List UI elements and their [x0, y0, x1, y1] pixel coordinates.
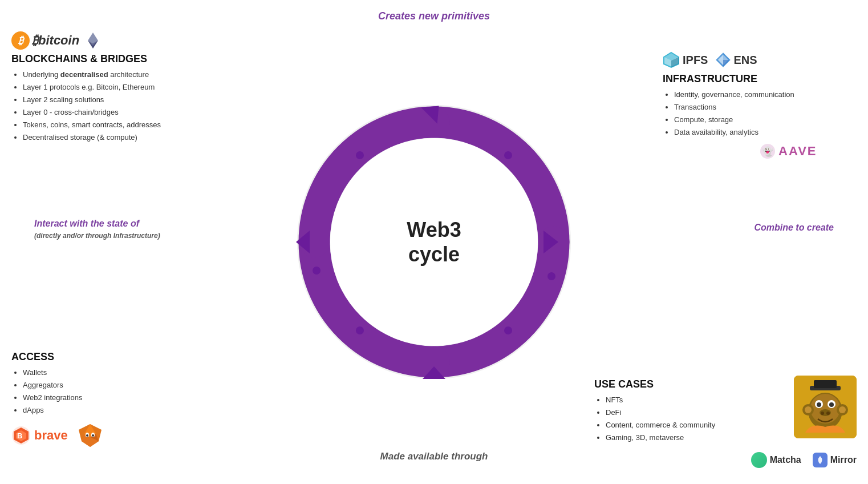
bottom-label: Made available through	[380, 451, 488, 462]
section-access: ACCESS Wallets Aggregators Web2 integrat…	[11, 351, 160, 450]
svg-point-51	[817, 402, 821, 407]
list-item: Gaming, 3D, metaverse	[606, 431, 754, 444]
list-item: DeFi	[606, 406, 754, 419]
brave-logo: B brave	[11, 426, 68, 445]
access-logos: B brave	[11, 421, 160, 450]
svg-point-13	[504, 326, 512, 334]
bayc-ape-image	[794, 376, 857, 438]
access-list: Wallets Aggregators Web2 integrations dA…	[11, 366, 160, 417]
aave-logo: 👻 AAVE	[760, 143, 857, 159]
section-blockchains: ₿ ₿bitcoin BLOCKCHAINS & BRIDGES Underly…	[11, 31, 205, 144]
blockchain-logos: ₿ ₿bitcoin	[11, 31, 205, 50]
top-label: Creates new primitives	[378, 10, 490, 22]
svg-point-42	[86, 434, 88, 437]
matcha-text: Matcha	[770, 455, 801, 465]
infrastructure-title: INFRASTRUCTURE	[663, 73, 857, 85]
svg-point-43	[92, 434, 94, 437]
metamask-icon	[76, 421, 104, 450]
section-usecases: USE CASES NFTs DeFi Content, commerce & …	[594, 378, 754, 444]
left-label: Interact with the state of (directly and…	[34, 217, 160, 241]
svg-point-10	[356, 151, 364, 159]
infrastructure-list: Identity, governance, communication Tran…	[663, 88, 857, 139]
ethereum-icon	[85, 33, 101, 49]
list-item: Web2 integrations	[23, 392, 160, 404]
list-item: Identity, governance, communication	[674, 88, 857, 101]
bitcoin-icon: ₿	[11, 31, 30, 50]
aave-text: AAVE	[778, 144, 817, 159]
aave-icon: 👻	[760, 143, 776, 159]
right-label: Combine to create	[754, 223, 834, 233]
ipfs-text: IPFS	[683, 54, 708, 67]
mirror-logo: Mirror	[813, 453, 857, 467]
ape-svg	[794, 376, 857, 438]
svg-point-14	[356, 326, 364, 334]
list-item: Transactions	[674, 101, 857, 114]
svg-point-54	[821, 412, 824, 415]
blockchains-title: BLOCKCHAINS & BRIDGES	[11, 53, 205, 65]
bitcoin-logo: ₿ ₿bitcoin	[11, 31, 79, 50]
svg-text:👻: 👻	[762, 146, 773, 157]
ens-text: ENS	[733, 54, 757, 67]
svg-point-15	[313, 267, 321, 275]
svg-point-58	[805, 406, 812, 413]
brave-icon: B	[11, 426, 31, 445]
brave-text: brave	[34, 428, 68, 443]
list-item: Data availability, analytics	[674, 126, 857, 139]
mirror-text: Mirror	[830, 455, 857, 465]
access-title: ACCESS	[11, 351, 160, 363]
ens-icon	[716, 53, 731, 67]
ipfs-icon	[663, 51, 680, 68]
svg-point-11	[504, 151, 512, 159]
section-infrastructure: IPFS ENS INFRASTRUCTURE Identity, govern…	[663, 51, 857, 159]
svg-point-12	[547, 272, 555, 280]
mirror-icon	[813, 453, 828, 467]
matcha-logo: Matcha	[751, 452, 801, 468]
svg-rect-48	[814, 380, 837, 388]
svg-text:B: B	[17, 431, 22, 440]
list-item: NFTs	[606, 394, 754, 406]
list-item: dApps	[23, 404, 160, 417]
ens-logo: ENS	[716, 53, 757, 67]
bitcoin-text: ₿bitcoin	[32, 33, 79, 48]
usecases-title: USE CASES	[594, 378, 754, 390]
blockchains-list: Underlying decentralised architecture La…	[11, 68, 205, 144]
infra-logos: IPFS ENS	[663, 51, 857, 68]
matcha-icon	[751, 452, 767, 468]
list-item: Content, commerce & community	[606, 419, 754, 431]
list-item: Wallets	[23, 366, 160, 379]
list-item: Layer 2 scaling solutions	[23, 94, 205, 106]
list-item: Decentralised storage (& compute)	[23, 131, 205, 144]
svg-point-5	[330, 138, 538, 346]
bottom-right-logos: Matcha Mirror	[751, 452, 857, 468]
svg-point-55	[826, 412, 830, 415]
usecases-list: NFTs DeFi Content, commerce & community …	[594, 394, 754, 444]
svg-point-46	[810, 394, 840, 424]
ipfs-logo: IPFS	[663, 51, 708, 68]
svg-point-52	[829, 402, 834, 407]
svg-point-59	[839, 406, 846, 413]
list-item: Tokens, coins, smart contracts, addresse…	[23, 119, 205, 131]
cycle-diagram: Web3 cycle	[286, 94, 582, 390]
list-item: Underlying decentralised architecture	[23, 68, 205, 81]
list-item: Layer 1 protocols e.g. Bitcoin, Ethereum	[23, 81, 205, 94]
list-item: Layer 0 - cross-chain/bridges	[23, 106, 205, 119]
list-item: Compute, storage	[674, 114, 857, 126]
list-item: Aggregators	[23, 379, 160, 392]
